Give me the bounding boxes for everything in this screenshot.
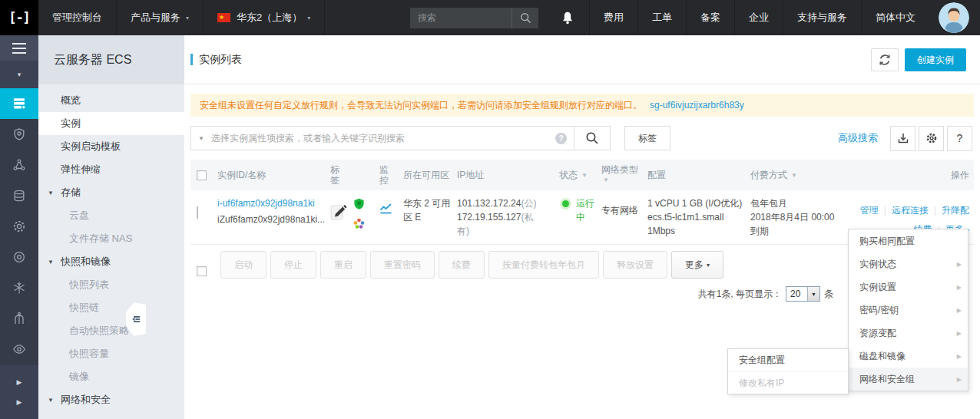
rail-item-eye-icon[interactable] [0,334,38,365]
manage-link[interactable]: 管理 [860,205,879,216]
export-icon[interactable] [890,126,915,151]
hamburger-menu-icon[interactable] [0,35,38,61]
menu-item-buy-same-config[interactable]: 购买相同配置 [849,229,968,252]
sidebar-item-images[interactable]: 镜像 [38,365,184,388]
sidebar-item-nas[interactable]: 文件存储 NAS [38,227,184,250]
sidebar-group-network-security[interactable]: ▼网络和安全 [38,388,184,411]
monitor-chart-icon[interactable] [379,206,392,216]
release-settings-button[interactable]: 释放设置 [603,251,667,279]
chevron-down-icon: ▾ [707,262,710,269]
sidebar-item-overview[interactable]: 概览 [38,89,184,112]
sidebar-item-disks[interactable]: 云盘 [38,204,184,227]
sidebar-item-snapshot-capacity[interactable]: 快照容量 [38,342,184,365]
region-selector[interactable]: ★ 华东2（上海） ▾ [204,0,325,35]
sidebar-item-launch-templates[interactable]: 实例启动模板 [38,135,184,158]
status-dot-green [562,200,569,207]
start-button[interactable]: 启动 [220,251,267,279]
sidebar-item-label: 网络和安全 [61,393,111,407]
batch-select-checkbox[interactable] [197,266,207,276]
resize-link[interactable]: 升降配 [942,205,969,216]
sidebar-item-instances[interactable]: 实例 [38,112,184,135]
sidebar-item-auto-scaling[interactable]: 弹性伸缩 [38,158,184,181]
create-instance-button[interactable]: 创建实例 [905,48,966,71]
submenu-item-modify-private-ip[interactable]: 修改私有IP [728,371,848,394]
col-header-label: 网络类型 [601,164,638,175]
avatar[interactable] [929,0,980,35]
rail-item-lens-icon[interactable] [0,242,38,272]
search-toolbar-right: 高级搜索 ? [838,126,972,150]
security-group-link[interactable]: sg-uf6ivjuzijxarbr6h83y [650,100,744,111]
sidebar-item-auto-snapshot-policy[interactable]: 自动快照策略 [38,319,184,342]
row-checkbox[interactable] [197,206,198,219]
nav-icp[interactable]: 备案 [686,0,734,35]
menu-item-instance-status[interactable]: 实例状态▶ [849,252,968,275]
sidebar-item-snapshot-list[interactable]: 快照列表 [38,273,184,296]
tag-filter-button[interactable]: 标签 [624,126,670,150]
col-header-status[interactable]: 状态▼ [559,169,601,182]
zone-text: 华东 2 可用区 E [403,196,452,224]
edit-pencil-icon[interactable] [330,203,347,238]
rail-item-flow-icon[interactable] [0,303,38,334]
aliyun-logo[interactable]: [-] [0,0,38,35]
button-label: 停止 [284,259,303,272]
instance-id-link[interactable]: i-uf6famz0x92jd98na1ki [217,196,330,210]
col-header-label: 监控 [379,164,390,186]
chevron-down-icon[interactable]: ▼ [191,135,211,142]
batch-more-button[interactable]: 更多▾ [671,251,723,279]
rail-item-gear-icon[interactable] [0,211,38,242]
col-header-network[interactable]: 网络类型▼ [601,164,647,186]
settings-gear-icon[interactable] [919,126,944,151]
search-icon[interactable] [512,8,538,28]
notification-bell-icon[interactable] [546,0,589,35]
flower-tag-icon[interactable] [353,218,365,233]
convert-billing-button[interactable]: 按量付费转包年包月 [488,251,599,279]
instance-search-input[interactable] [211,133,555,144]
shield-tag-icon[interactable] [353,198,365,214]
nav-billing[interactable]: 费用 [589,0,637,35]
page-size-select[interactable]: 20 ▼ [786,286,820,302]
advanced-search-link[interactable]: 高级搜索 [838,131,878,145]
sidebar-group-snapshots-images[interactable]: ▼快照和镜像 [38,250,184,273]
nav-enterprise[interactable]: 企业 [734,0,783,35]
sidebar-group-storage[interactable]: ▼存储 [38,181,184,204]
remote-connect-link[interactable]: 远程连接 [892,205,929,216]
reset-password-button[interactable]: 重置密码 [370,251,435,279]
menu-item-disk-image[interactable]: 磁盘和镜像▶ [849,345,968,368]
sidebar-item-label: 实例 [61,117,81,130]
chevron-down-icon: ▾ [18,71,22,78]
sidebar-item-snapshot-chain[interactable]: 快照链 [38,296,184,319]
nav-console[interactable]: 管理控制台 [38,0,117,35]
refresh-button[interactable] [871,48,899,71]
col-header-billing[interactable]: 付费方式▼ [750,169,843,182]
rail-expand-arrow-icon[interactable]: ▶ [17,398,22,406]
rail-item-database-icon[interactable] [0,180,38,211]
menu-item-instance-settings[interactable]: 实例设置▶ [849,275,968,299]
search-button[interactable] [574,126,611,150]
col-header-zone: 所在可用区 [403,169,457,182]
icon-rail: ▾ ▶ ▶ [0,35,38,419]
menu-item-network-security-group[interactable]: 网络和安全组▶ [849,368,968,391]
top-search-input[interactable] [410,12,512,23]
nav-support[interactable]: 支持与服务 [783,0,861,35]
nav-products-menu[interactable]: 产品与服务 ▾ [117,0,204,35]
product-title: 云服务器 ECS [38,35,184,84]
stop-button[interactable]: 停止 [270,251,316,279]
menu-item-password-key[interactable]: 密码/密钥▶ [849,299,968,322]
rail-item-ecs[interactable] [0,88,38,119]
help-circle-icon[interactable]: ? [555,133,567,144]
row-actions-line1: 管理|远程连接|升降配 [860,203,969,217]
rail-expand-arrow-icon[interactable]: ▶ [17,378,22,386]
sidebar-item-label: 存储 [61,186,81,200]
renew-button[interactable]: 续费 [439,251,485,279]
restart-button[interactable]: 重启 [320,251,366,279]
rail-collapse-caret[interactable]: ▾ [0,61,38,88]
rail-item-security-icon[interactable] [0,119,38,150]
rail-item-network-icon[interactable] [0,150,38,180]
nav-tickets[interactable]: 工单 [637,0,686,35]
submenu-item-security-group-config[interactable]: 安全组配置 [728,349,848,371]
help-button[interactable]: ? [947,126,972,151]
menu-item-resource-change[interactable]: 资源变配▶ [849,322,968,345]
rail-item-snowflake-icon[interactable] [0,272,38,303]
nav-language[interactable]: 简体中文 [861,0,929,35]
select-all-checkbox[interactable] [197,170,207,180]
